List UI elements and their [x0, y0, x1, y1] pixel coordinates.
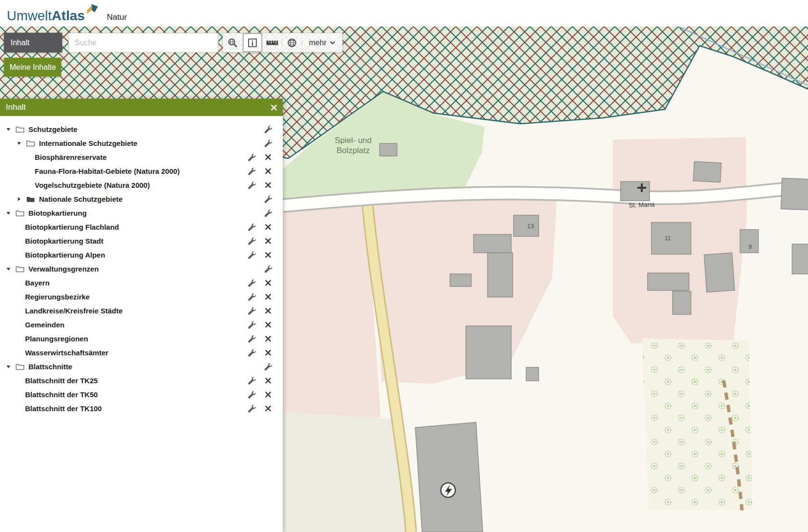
layer-tools-icon[interactable] — [243, 167, 260, 175]
layer-tools-icon[interactable] — [243, 376, 260, 385]
tree-layer[interactable]: Biosphärenreservate — [0, 150, 283, 164]
tree-layer-label: Gemeinden — [25, 321, 65, 329]
tree-layer-label: Planungsregionen — [25, 335, 88, 343]
caret-right-icon[interactable] — [13, 196, 24, 202]
layer-tools-icon[interactable] — [243, 293, 260, 301]
map-toolbar: mehr — [223, 33, 343, 52]
measure-tool-button[interactable] — [263, 33, 282, 52]
tree-layer-label: Blattschnitt der TK100 — [25, 404, 102, 413]
layer-tools-icon[interactable] — [243, 307, 260, 315]
tree-group-label: Schutzgebiete — [28, 125, 78, 133]
tree-layer-label: Biosphärenreservate — [35, 153, 106, 161]
tree-layer[interactable]: Regierungsbezirke — [0, 290, 283, 304]
caret-down-icon[interactable] — [3, 127, 13, 132]
remove-layer-icon[interactable] — [260, 238, 276, 244]
meine-inhalte-button[interactable]: Meine Inhalte — [4, 58, 61, 77]
brand-atlas: Atlas — [52, 8, 84, 24]
layer-tools-icon[interactable] — [260, 139, 276, 147]
power-substation-icon — [441, 483, 455, 497]
info-icon — [247, 38, 258, 48]
globe-icon — [287, 38, 297, 48]
search-zoom-button[interactable] — [223, 33, 243, 52]
tree-layer-label: Biotopkartierung Alpen — [25, 251, 105, 259]
remove-layer-icon[interactable] — [260, 336, 276, 342]
tree-layer-label: Blattschnitt der TK25 — [25, 376, 98, 385]
remove-layer-icon[interactable] — [260, 405, 276, 412]
tree-layer[interactable]: Biotopkartierung Flachland — [0, 220, 283, 234]
panel-header: Inhalt — [0, 99, 283, 116]
layer-tools-icon[interactable] — [243, 349, 260, 357]
tree-layer[interactable]: Vogelschutzgebiete (Natura 2000) — [0, 178, 283, 192]
tree-layer-label: Wasserwirtschaftsämter — [25, 349, 108, 357]
layer-tools-icon[interactable] — [243, 404, 260, 413]
layer-tools-icon[interactable] — [243, 279, 260, 287]
tree-group[interactable]: Verwaltungsgrenzen — [0, 262, 283, 276]
layer-tools-icon[interactable] — [260, 265, 276, 273]
meine-inhalte-button-label: Meine Inhalte — [10, 63, 56, 72]
info-tool-button[interactable] — [243, 33, 263, 52]
logo-map-icon — [86, 3, 99, 16]
caret-down-icon[interactable] — [13, 141, 24, 146]
inhalt-button-label: Inhalt — [11, 39, 29, 47]
tree-layer[interactable]: Fauna-Flora-Habitat-Gebiete (Natura 2000… — [0, 164, 283, 178]
layer-tools-icon[interactable] — [260, 125, 276, 133]
layer-tools-icon[interactable] — [260, 195, 276, 203]
remove-layer-icon[interactable] — [260, 350, 276, 356]
remove-layer-icon[interactable] — [260, 168, 276, 174]
layer-tools-icon[interactable] — [260, 209, 276, 217]
remove-layer-icon[interactable] — [260, 294, 276, 300]
brand-umwelt: Umwelt — [7, 8, 52, 24]
caret-down-icon[interactable] — [3, 266, 13, 272]
remove-layer-icon[interactable] — [260, 280, 276, 286]
remove-layer-icon[interactable] — [260, 224, 276, 230]
remove-layer-icon[interactable] — [260, 308, 276, 314]
layer-tools-icon[interactable] — [243, 390, 260, 399]
tree-layer[interactable]: Blattschnitt der TK100 — [0, 402, 283, 415]
street-label: St. Maria — [629, 201, 655, 209]
caret-down-icon[interactable] — [3, 364, 13, 369]
layer-tools-icon[interactable] — [243, 223, 260, 231]
inhalt-button[interactable]: Inhalt — [4, 33, 62, 52]
app-header: UmweltAtlas Natur — [0, 0, 808, 26]
mehr-button[interactable]: mehr — [302, 33, 342, 52]
tree-layer[interactable]: Biotopkartierung Stadt — [0, 234, 283, 248]
remove-layer-icon[interactable] — [260, 182, 276, 188]
layer-tools-icon[interactable] — [260, 363, 276, 371]
umweltatlas-logo[interactable]: UmweltAtlas — [7, 3, 99, 24]
layer-tools-icon[interactable] — [243, 335, 260, 343]
tree-layer[interactable]: Planungsregionen — [0, 332, 283, 346]
tree-group[interactable]: Internationale Schutzgebiete — [0, 136, 283, 150]
globe-tool-button[interactable] — [282, 33, 302, 52]
tree-layer[interactable]: Blattschnitt der TK25 — [0, 374, 283, 388]
tree-layer[interactable]: Blattschnitt der TK50 — [0, 388, 283, 402]
search-input[interactable] — [68, 33, 218, 52]
remove-layer-icon[interactable] — [260, 322, 276, 328]
layer-tools-icon[interactable] — [243, 153, 260, 161]
remove-layer-icon[interactable] — [260, 252, 276, 258]
tree-layer[interactable]: Biotopkartierung Alpen — [0, 248, 283, 262]
close-icon[interactable] — [271, 104, 277, 111]
caret-down-icon[interactable] — [3, 210, 13, 216]
layer-tools-icon[interactable] — [243, 321, 260, 329]
folder-open-icon — [13, 265, 26, 272]
remove-layer-icon[interactable] — [260, 154, 276, 160]
tree-group[interactable]: Blattschnitte — [0, 360, 283, 374]
tree-group[interactable]: Nationale Schutzgebiete — [0, 192, 283, 206]
remove-layer-icon[interactable] — [260, 391, 276, 398]
tree-layer[interactable]: Gemeinden — [0, 318, 283, 332]
tree-layer[interactable]: Bayern — [0, 276, 283, 290]
tree-group[interactable]: Biotopkartierung — [0, 206, 283, 220]
layer-tools-icon[interactable] — [243, 237, 260, 245]
tree-layer[interactable]: Landkreise/Kreisfreie Städte — [0, 304, 283, 318]
layer-tree: Schutzgebiete Internationale Schutzgebie… — [0, 116, 283, 415]
layer-tools-icon[interactable] — [243, 181, 260, 189]
layer-tools-icon[interactable] — [243, 251, 260, 259]
tree-layer[interactable]: Wasserwirtschaftsämter — [0, 346, 283, 360]
remove-layer-icon[interactable] — [260, 377, 276, 384]
park-label-line1: Spiel- und — [335, 136, 372, 145]
house-number-13: 13 — [527, 223, 534, 230]
tree-layer-label: Vogelschutzgebiete (Natura 2000) — [35, 181, 150, 189]
tree-layer-label: Blattschnitt der TK50 — [25, 390, 98, 399]
tree-layer-label: Bayern — [25, 279, 50, 287]
tree-group[interactable]: Schutzgebiete — [0, 122, 283, 136]
